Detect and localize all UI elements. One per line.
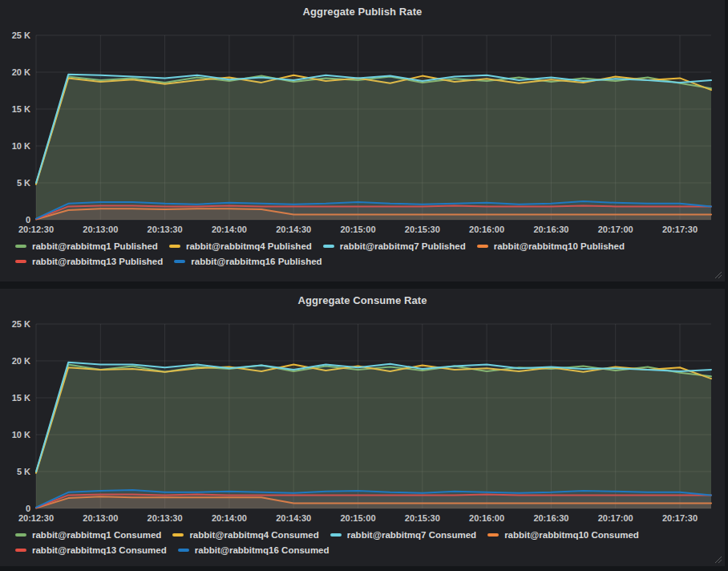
x-axis-tick-label: 20:14:30: [276, 513, 311, 523]
x-axis-tick-label: 20:15:00: [340, 513, 375, 523]
x-axis-tick-label: 20:16:00: [469, 225, 504, 234]
legend-item[interactable]: rabbit@rabbitmq13 Published: [15, 257, 163, 266]
legend-series-label: rabbit@rabbitmq4 Published: [186, 241, 312, 251]
x-axis-tick-label: 20:16:30: [533, 225, 568, 234]
y-axis-tick-label: 0: [26, 215, 30, 225]
legend-series-label: rabbit@rabbitmq1 Consumed: [32, 530, 161, 540]
legend-series-label: rabbit@rabbitmq4 Consumed: [189, 530, 318, 540]
legend-series-label: rabbit@rabbitmq7 Consumed: [347, 530, 476, 540]
legend-series-swatch-icon: [174, 260, 185, 263]
x-axis-tick-label: 20:14:00: [212, 225, 247, 234]
y-axis-tick-label: 15 K: [12, 104, 30, 114]
legend-series-label: rabbit@rabbitmq10 Consumed: [504, 530, 639, 540]
x-axis-tick-label: 20:16:00: [469, 513, 504, 523]
legend-series-swatch-icon: [15, 245, 26, 248]
legend-series-swatch-icon: [330, 533, 342, 537]
x-axis-tick-label: 20:15:30: [405, 513, 440, 523]
series-area: [36, 75, 711, 220]
x-axis-tick-label: 20:13:30: [148, 513, 183, 523]
y-axis-tick-label: 15 K: [12, 393, 30, 403]
legend-item[interactable]: rabbit@rabbitmq10 Published: [477, 241, 625, 251]
legend-series-label: rabbit@rabbitmq1 Published: [32, 241, 158, 251]
legend-item[interactable]: rabbit@rabbitmq1 Published: [15, 241, 158, 251]
legend-series-label: rabbit@rabbitmq10 Published: [494, 241, 625, 251]
legend-item[interactable]: rabbit@rabbitmq16 Published: [174, 257, 322, 266]
panel-resize-handle-icon[interactable]: [715, 272, 722, 278]
legend-item[interactable]: rabbit@rabbitmq4 Consumed: [172, 530, 318, 540]
y-axis-tick-label: 20 K: [12, 356, 30, 366]
y-axis-tick-label: 0: [26, 504, 30, 513]
chart-canvas[interactable]: 05 K10 K15 K20 K25 K20:12:3020:13:0020:1…: [0, 0, 725, 239]
legend: rabbit@rabbitmq1 Publishedrabbit@rabbitm…: [11, 241, 715, 272]
series-area: [36, 362, 711, 508]
legend-series-swatch-icon: [15, 260, 26, 263]
legend-series-swatch-icon: [323, 245, 334, 248]
x-axis-tick-label: 20:13:00: [83, 225, 118, 234]
legend-series-swatch-icon: [169, 245, 180, 248]
legend-item[interactable]: rabbit@rabbitmq7 Published: [323, 241, 466, 251]
x-axis-tick-label: 20:17:30: [662, 513, 698, 523]
legend: rabbit@rabbitmq1 Consumedrabbit@rabbitmq…: [11, 530, 715, 561]
x-axis-tick-label: 20:13:30: [148, 225, 183, 234]
y-axis-tick-label: 25 K: [12, 30, 30, 40]
legend-series-swatch-icon: [15, 533, 26, 537]
legend-series-label: rabbit@rabbitmq7 Published: [340, 241, 466, 251]
legend-item[interactable]: rabbit@rabbitmq4 Published: [169, 241, 312, 251]
legend-item[interactable]: rabbit@rabbitmq1 Consumed: [15, 530, 161, 540]
panel-resize-handle-icon[interactable]: [715, 557, 722, 563]
y-axis-tick-label: 25 K: [12, 319, 30, 329]
x-axis-tick-label: 20:15:30: [405, 225, 440, 234]
x-axis-tick-label: 20:15:00: [340, 225, 375, 234]
legend-series-swatch-icon: [15, 549, 26, 552]
legend-series-label: rabbit@rabbitmq16 Consumed: [195, 545, 330, 555]
series-area: [36, 490, 711, 508]
legend-item[interactable]: rabbit@rabbitmq10 Consumed: [487, 530, 639, 540]
x-axis-tick-label: 20:17:00: [598, 225, 633, 234]
x-axis-tick-label: 20:14:00: [212, 513, 247, 523]
legend-series-swatch-icon: [178, 549, 189, 552]
x-axis-tick-label: 20:14:30: [276, 225, 311, 234]
x-axis-tick-label: 20:17:30: [662, 225, 698, 234]
x-axis-tick-label: 20:12:30: [18, 513, 54, 523]
legend-series-label: rabbit@rabbitmq16 Published: [191, 257, 322, 266]
y-axis-tick-label: 10 K: [12, 141, 30, 151]
dashboard: { "ui": { "page_bg": "#141619", "panel_b…: [0, 0, 728, 571]
panel-aggregate-publish-rate: Aggregate Publish Rate 05 K10 K15 K20 K2…: [0, 0, 725, 281]
legend-series-swatch-icon: [477, 245, 488, 248]
y-axis-tick-label: 5 K: [17, 178, 30, 188]
x-axis-tick-label: 20:16:30: [533, 513, 568, 523]
series-area: [36, 201, 711, 220]
y-axis-tick-label: 5 K: [17, 467, 30, 476]
panel-aggregate-consume-rate: Aggregate Consume Rate 05 K10 K15 K20 K2…: [0, 289, 725, 566]
legend-item[interactable]: rabbit@rabbitmq13 Consumed: [15, 545, 167, 555]
legend-series-swatch-icon: [487, 533, 499, 537]
legend-item[interactable]: rabbit@rabbitmq7 Consumed: [330, 530, 476, 540]
y-axis-tick-label: 10 K: [12, 430, 30, 439]
y-axis-tick-label: 20 K: [12, 67, 30, 77]
x-axis-tick-label: 20:12:30: [18, 225, 54, 234]
chart-canvas[interactable]: 05 K10 K15 K20 K25 K20:12:3020:13:0020:1…: [0, 289, 725, 528]
x-axis-tick-label: 20:17:00: [598, 513, 633, 523]
legend-series-swatch-icon: [172, 533, 184, 537]
legend-item[interactable]: rabbit@rabbitmq16 Consumed: [178, 545, 330, 555]
legend-series-label: rabbit@rabbitmq13 Published: [32, 257, 163, 266]
legend-series-label: rabbit@rabbitmq13 Consumed: [32, 545, 167, 555]
x-axis-tick-label: 20:13:00: [83, 513, 118, 523]
